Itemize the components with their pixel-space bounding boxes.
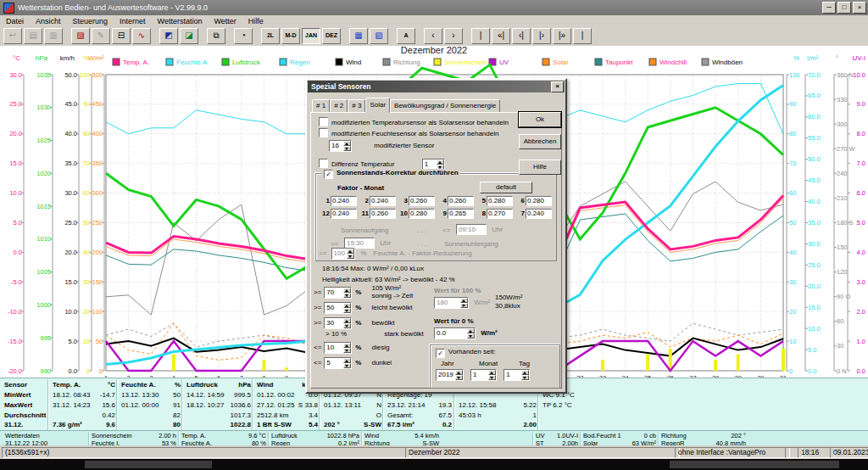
toolbar-save-all-icon[interactable]: ▥ [44, 28, 63, 44]
wert100-stepper[interactable]: 180 [434, 297, 469, 309]
diff-temp-checkbox[interactable] [319, 159, 328, 168]
faktor-value-field[interactable]: 0.240 [526, 209, 552, 219]
svg-text:300: 300 [92, 189, 103, 197]
close-button[interactable]: × [853, 2, 866, 14]
toolbar-next-icon[interactable]: › [444, 28, 463, 44]
minimize-button[interactable]: ─ [822, 2, 836, 14]
toolbar-chart-multi-icon[interactable]: ◩ [159, 28, 178, 44]
table-cell-value: 5.4 [257, 421, 318, 428]
cloud-stepper[interactable]: 10 [324, 342, 352, 354]
menu-item-steuerung[interactable]: Steuerung [67, 17, 114, 25]
tab-#-2[interactable]: # 2 [330, 99, 348, 113]
wert0-stepper[interactable]: 0.0 [434, 327, 476, 339]
cloud-label: leicht bewölkt [371, 304, 412, 311]
tab-#-3[interactable]: # 3 [348, 99, 365, 113]
toolbar-copy-icon[interactable]: ⧉ [207, 28, 225, 44]
svg-text:300: 300 [837, 120, 848, 128]
faktor-value-field[interactable]: 0.240 [331, 196, 357, 206]
toolbar-table-chart-icon[interactable]: ▧ [370, 28, 388, 44]
faktor-month-2: 20.240 [358, 196, 397, 206]
toolbar-nav-fwd-icon[interactable]: |› [532, 28, 551, 44]
taskbar-item[interactable] [85, 461, 212, 468]
cloud-stepper[interactable]: 50 [324, 302, 352, 314]
menu-item-ansicht[interactable]: Ansicht [30, 17, 67, 25]
faktor-value-field[interactable]: 0.280 [526, 196, 552, 206]
feuchte-red-stepper[interactable]: 100 [331, 248, 355, 260]
faktor-value-field[interactable]: 0.280 [487, 196, 513, 206]
legend-swatch [336, 59, 342, 65]
cloud-stepper[interactable]: 30 [324, 317, 352, 329]
faktor-value-field[interactable]: 0.260 [370, 209, 396, 219]
toolbar-curve-icon[interactable]: ∿ [132, 28, 151, 44]
sunset-label: Sonnenuntergang [444, 240, 498, 248]
svg-text:270 W: 270 W [837, 145, 856, 153]
toolbar-nav-last-icon[interactable]: | [573, 28, 592, 44]
tag-stepper[interactable]: 1 [504, 369, 530, 381]
toolbar-auto-scale-button[interactable]: A [397, 28, 415, 44]
tab-#-1[interactable]: # 1 [312, 99, 330, 113]
faktor-value-field[interactable]: 0.280 [409, 209, 435, 219]
tab-solar[interactable]: Solar [365, 98, 390, 113]
table-cell-text: TP 6.2 °C [542, 401, 572, 409]
menu-item-wetter[interactable]: Wetter [208, 17, 242, 25]
svg-text:180 S: 180 S [837, 219, 854, 227]
toolbar-prev-icon[interactable]: ‹ [424, 28, 442, 44]
faktor-month-number: 3 [397, 197, 408, 204]
table-cell-value: 50 [121, 391, 181, 399]
toolbar-nav-fast-back-icon[interactable]: «| [492, 28, 510, 44]
table-cell-value: 1 [459, 411, 537, 419]
toolbar-chart-colored-icon[interactable]: ◪ [180, 28, 198, 44]
toolbar-edit-icon[interactable]: ✎ [92, 28, 110, 44]
dialog-close-icon[interactable]: × [551, 81, 564, 92]
toolbar-nav-first-icon[interactable]: | [471, 28, 490, 44]
mod-temp-checkbox[interactable] [319, 117, 328, 126]
menu-item-wetterstation[interactable]: Wetterstation [152, 17, 209, 25]
mod-sensor-stepper[interactable]: 16 [329, 140, 352, 152]
toolbar-print-icon[interactable]: ⊟ [112, 28, 131, 44]
cloud-stepper[interactable]: 70 [324, 287, 352, 299]
faktor-value-field[interactable]: 0.260 [448, 196, 474, 206]
tab-bew-lkungsgrad-sonnenenergie[interactable]: Bewölkungsgrad / Sonnenenergie [390, 99, 500, 113]
svg-text:990: 990 [40, 367, 51, 375]
toolbar-clock-icon[interactable]: ◔ [234, 28, 253, 44]
faktor-value-field[interactable]: 0.270 [487, 209, 513, 219]
faktor-value-field[interactable]: 0.260 [409, 196, 435, 206]
cancel-button[interactable]: Abbrechen [519, 134, 561, 149]
sunshine-bar [782, 349, 785, 371]
wert100-unit: W/m² [474, 299, 490, 306]
toolbar-range-dez-button[interactable]: DEZ [322, 28, 341, 44]
faktor-value-field[interactable]: 0.240 [370, 196, 396, 206]
dialog-titlebar[interactable]: Spezial Sensoren [308, 81, 565, 92]
toolbar-range-mm-dd-button[interactable]: M-D [281, 28, 300, 44]
vorhanden-checkbox[interactable]: ✓ [436, 349, 445, 358]
menu-item-internet[interactable]: Internet [114, 17, 152, 25]
toolbar-exit-icon[interactable]: ↩ [3, 28, 22, 44]
jahr-stepper[interactable]: 2019 [436, 369, 464, 381]
faktor-value-field[interactable]: 0.265 [448, 209, 474, 219]
table-cell-value: 5.22 [459, 401, 537, 409]
legend-label: Regen [290, 59, 310, 66]
faktor-month-number: 7 [514, 210, 525, 217]
ok-button[interactable]: Ok [519, 112, 561, 127]
monat-stepper[interactable]: 1 [470, 369, 497, 381]
sun-correction-checkbox[interactable]: ✓ [324, 170, 333, 179]
maximize-button[interactable]: □ [837, 2, 851, 14]
cloud-percent: % [355, 319, 361, 327]
toolbar-nav-back-icon[interactable]: ‹| [512, 28, 531, 44]
toolbar-range-2l-button[interactable]: 2L [261, 28, 280, 44]
menu-item-datei[interactable]: Datei [0, 17, 30, 25]
sunrise-time-field[interactable]: 09:10 [456, 224, 487, 235]
toolbar-nav-fast-fwd-icon[interactable]: |» [553, 28, 571, 44]
default-button[interactable]: default [480, 182, 532, 193]
taskbar-item[interactable] [670, 461, 839, 468]
mod-feuchte-checkbox[interactable] [319, 128, 328, 137]
toolbar-range-jan-button[interactable]: JAN [302, 28, 320, 44]
cloud-stepper[interactable]: 5 [324, 357, 352, 369]
menu-item-hilfe[interactable]: Hilfe [242, 17, 270, 25]
toolbar-chart-view-icon[interactable]: ▨ [71, 28, 90, 44]
help-button[interactable]: Hilfe [519, 159, 561, 175]
toolbar-table-view-icon[interactable]: ▦ [349, 28, 368, 44]
faktor-value-field[interactable]: 0.240 [331, 209, 357, 219]
toolbar-save-icon[interactable]: ▤ [24, 28, 42, 44]
svg-text:0.0: 0.0 [857, 367, 865, 375]
